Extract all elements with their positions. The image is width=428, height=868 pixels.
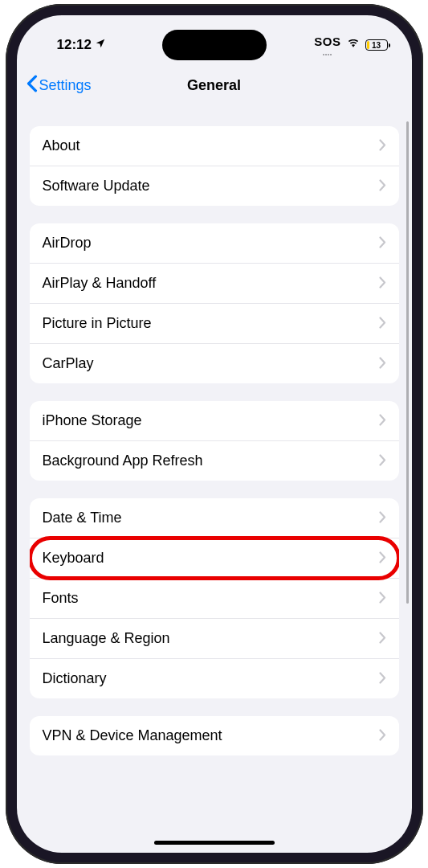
- settings-section: VPN & Device Management: [30, 716, 399, 755]
- row-language-region[interactable]: Language & Region: [30, 619, 399, 659]
- row-label: Keyboard: [43, 550, 104, 567]
- row-label: Background App Refresh: [43, 452, 203, 469]
- row-about[interactable]: About: [30, 126, 399, 166]
- back-button[interactable]: Settings: [26, 75, 92, 96]
- row-label: About: [43, 137, 80, 154]
- row-keyboard[interactable]: Keyboard: [30, 538, 399, 579]
- row-fonts[interactable]: Fonts: [30, 579, 399, 619]
- row-airdrop[interactable]: AirDrop: [30, 223, 399, 264]
- battery-icon: 13: [365, 39, 388, 51]
- settings-section: AboutSoftware Update: [30, 126, 399, 206]
- chevron-right-icon: [379, 727, 386, 745]
- row-label: VPN & Device Management: [43, 727, 222, 744]
- content-scroll[interactable]: AboutSoftware UpdateAirDropAirPlay & Han…: [17, 105, 412, 853]
- row-label: iPhone Storage: [43, 412, 142, 429]
- settings-section: Date & TimeKeyboardFontsLanguage & Regio…: [30, 498, 399, 698]
- row-label: CarPlay: [43, 355, 94, 372]
- chevron-right-icon: [379, 234, 386, 252]
- screen: 12:12 SOS 13: [17, 15, 412, 853]
- status-sos-group: SOS: [314, 35, 340, 55]
- row-label: AirPlay & Handoff: [43, 275, 157, 292]
- chevron-left-icon: [26, 75, 38, 96]
- settings-section: iPhone StorageBackground App Refresh: [30, 401, 399, 481]
- chevron-right-icon: [379, 177, 386, 195]
- row-iphone-storage[interactable]: iPhone Storage: [30, 401, 399, 441]
- row-label: Picture in Picture: [43, 315, 152, 332]
- row-label: Language & Region: [43, 630, 170, 647]
- chevron-right-icon: [379, 274, 386, 293]
- row-carplay[interactable]: CarPlay: [30, 344, 399, 383]
- chevron-right-icon: [379, 452, 386, 470]
- home-indicator[interactable]: [154, 841, 275, 845]
- page-title: General: [187, 77, 241, 94]
- row-label: Software Update: [43, 178, 150, 194]
- nav-bar: Settings General: [17, 65, 412, 105]
- back-label: Settings: [39, 77, 92, 94]
- dynamic-island: [162, 30, 267, 60]
- row-dictionary[interactable]: Dictionary: [30, 659, 399, 698]
- chevron-right-icon: [379, 669, 386, 688]
- row-background-app-refresh[interactable]: Background App Refresh: [30, 441, 399, 481]
- status-sos: SOS: [314, 35, 340, 47]
- row-vpn-device-management[interactable]: VPN & Device Management: [30, 716, 399, 755]
- settings-section: AirDropAirPlay & HandoffPicture in Pictu…: [30, 223, 399, 383]
- chevron-right-icon: [379, 549, 386, 567]
- location-icon: [95, 37, 106, 53]
- chevron-right-icon: [379, 509, 386, 527]
- row-label: Date & Time: [43, 510, 122, 526]
- row-airplay-handoff[interactable]: AirPlay & Handoff: [30, 264, 399, 304]
- row-date-time[interactable]: Date & Time: [30, 498, 399, 538]
- chevron-right-icon: [379, 411, 386, 430]
- battery-level: 13: [372, 41, 381, 50]
- wifi-icon: [346, 37, 361, 53]
- row-picture-in-picture[interactable]: Picture in Picture: [30, 304, 399, 344]
- phone-frame: 12:12 SOS 13: [6, 4, 423, 864]
- chevron-right-icon: [379, 354, 386, 373]
- row-label: Dictionary: [43, 670, 107, 687]
- chevron-right-icon: [379, 137, 386, 155]
- row-label: Fonts: [43, 590, 79, 607]
- row-software-update[interactable]: Software Update: [30, 166, 399, 206]
- status-time: 12:12: [57, 37, 92, 53]
- chevron-right-icon: [379, 629, 386, 648]
- chevron-right-icon: [379, 314, 386, 333]
- chevron-right-icon: [379, 589, 386, 608]
- row-label: AirDrop: [43, 235, 92, 252]
- scroll-indicator[interactable]: [406, 121, 409, 604]
